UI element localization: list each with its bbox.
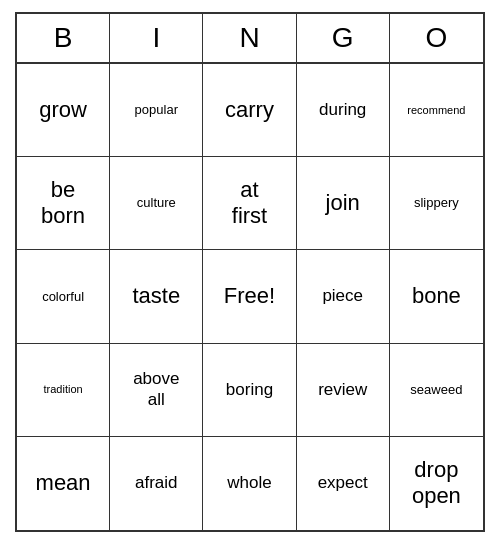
bingo-cell[interactable]: piece [297, 250, 390, 343]
bingo-cell[interactable]: be born [17, 157, 110, 250]
bingo-cell[interactable]: boring [203, 344, 296, 437]
bingo-cell[interactable]: afraid [110, 437, 203, 530]
bingo-cell[interactable]: colorful [17, 250, 110, 343]
bingo-cell[interactable]: tradition [17, 344, 110, 437]
bingo-grid: growpopularcarryduringrecommendbe borncu… [17, 64, 483, 530]
cell-text: piece [322, 286, 363, 306]
bingo-card: BINGO growpopularcarryduringrecommendbe … [15, 12, 485, 532]
cell-text: recommend [407, 104, 465, 117]
cell-text: boring [226, 380, 273, 400]
bingo-cell[interactable]: Free! [203, 250, 296, 343]
cell-text: grow [39, 97, 87, 123]
cell-text: colorful [42, 289, 84, 305]
cell-text: tradition [44, 383, 83, 396]
bingo-cell[interactable]: seaweed [390, 344, 483, 437]
cell-text: bone [412, 283, 461, 309]
cell-text: be born [41, 177, 85, 230]
bingo-cell[interactable]: carry [203, 64, 296, 157]
bingo-cell[interactable]: recommend [390, 64, 483, 157]
header-letter: I [110, 14, 203, 62]
cell-text: review [318, 380, 367, 400]
cell-text: mean [36, 470, 91, 496]
cell-text: join [326, 190, 360, 216]
header-letter: G [297, 14, 390, 62]
bingo-cell[interactable]: review [297, 344, 390, 437]
bingo-cell[interactable]: at first [203, 157, 296, 250]
cell-text: culture [137, 195, 176, 211]
bingo-cell[interactable]: expect [297, 437, 390, 530]
bingo-cell[interactable]: taste [110, 250, 203, 343]
bingo-cell[interactable]: whole [203, 437, 296, 530]
bingo-cell[interactable]: mean [17, 437, 110, 530]
cell-text: expect [318, 473, 368, 493]
cell-text: drop open [412, 457, 461, 510]
bingo-header: BINGO [17, 14, 483, 64]
cell-text: taste [132, 283, 180, 309]
header-letter: O [390, 14, 483, 62]
cell-text: during [319, 100, 366, 120]
bingo-cell[interactable]: bone [390, 250, 483, 343]
bingo-cell[interactable]: drop open [390, 437, 483, 530]
cell-text: at first [232, 177, 267, 230]
bingo-cell[interactable]: grow [17, 64, 110, 157]
bingo-cell[interactable]: slippery [390, 157, 483, 250]
cell-text: afraid [135, 473, 178, 493]
bingo-cell[interactable]: during [297, 64, 390, 157]
cell-text: carry [225, 97, 274, 123]
cell-text: whole [227, 473, 271, 493]
header-letter: B [17, 14, 110, 62]
header-letter: N [203, 14, 296, 62]
bingo-cell[interactable]: above all [110, 344, 203, 437]
cell-text: popular [135, 102, 178, 118]
cell-text: above all [133, 369, 179, 410]
bingo-cell[interactable]: popular [110, 64, 203, 157]
bingo-cell[interactable]: culture [110, 157, 203, 250]
cell-text: slippery [414, 195, 459, 211]
bingo-cell[interactable]: join [297, 157, 390, 250]
cell-text: seaweed [410, 382, 462, 398]
cell-text: Free! [224, 283, 275, 309]
